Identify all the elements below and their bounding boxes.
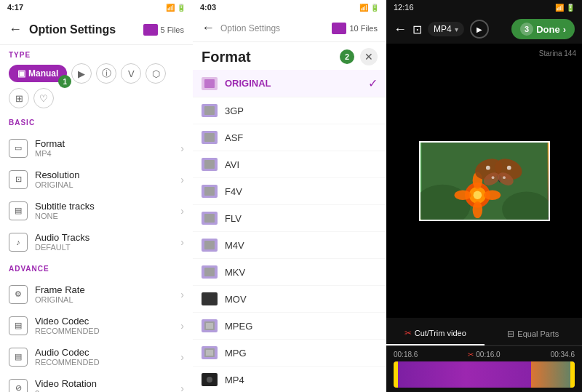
p2-f4v-icon: [202, 185, 218, 198]
p1-subtitle-content: Subtitle tracks NONE: [35, 201, 180, 220]
p1-audiocodec-item[interactable]: ▤ Audio Codec RECOMMENDED ›: [0, 341, 193, 372]
p2-format-mov[interactable]: MOV: [193, 286, 386, 313]
p1-manual-label: Manual: [28, 68, 58, 79]
p3-status-bar: 12:16 📶 🔋: [386, 0, 582, 15]
p3-status-icons: 📶 🔋: [555, 4, 575, 12]
p1-time: 4:17: [7, 3, 23, 12]
p3-back-button[interactable]: ←: [394, 22, 407, 37]
p1-type-icon-vimeo[interactable]: V: [121, 63, 141, 84]
p1-subtitle-item[interactable]: ▤ Subtitle tracks NONE ›: [0, 195, 193, 226]
p3-trim-handle-right[interactable]: [570, 361, 575, 388]
p1-header: ← Option Settings 5 Files: [0, 15, 193, 45]
p2-format-asf[interactable]: ASF: [193, 124, 386, 151]
p1-manual-button[interactable]: ▣ Manual 1: [9, 65, 67, 82]
p2-format-flv[interactable]: FLV: [193, 205, 386, 232]
p1-back-button[interactable]: ←: [9, 22, 22, 37]
p2-f4v-label: F4V: [225, 186, 378, 197]
p1-resolution-item[interactable]: ⊡ Resolution ORIGINAL ›: [0, 164, 193, 195]
p1-files-badge: 5 Files: [143, 24, 184, 36]
p1-format-item[interactable]: ▭ Format MP4 ›: [0, 132, 193, 164]
p1-type-icon-i[interactable]: ⓘ: [96, 63, 116, 84]
p1-resolution-title: Resolution: [35, 169, 180, 180]
p1-format-icon: ▭: [9, 139, 28, 158]
p3-done-chevron: ›: [563, 24, 566, 35]
p1-format-value: MP4: [35, 149, 180, 158]
p1-type-label: TYPE: [9, 51, 184, 59]
p2-format-avi[interactable]: AVI: [193, 151, 386, 178]
p2-m4v-icon: [202, 239, 218, 252]
p2-format-m4v[interactable]: M4V: [193, 232, 386, 259]
p2-original-check: ✓: [368, 76, 378, 90]
p3-timeline-thumb: [531, 361, 575, 388]
p1-settings-scroll[interactable]: BASIC ▭ Format MP4 › ⊡ Resolution ORIGIN…: [0, 111, 193, 392]
p3-tab-equal-parts[interactable]: ⊟ Equal Parts: [485, 322, 583, 345]
p3-timeline: 00:18.6 ✂ 00:16.0 00:34.6: [386, 346, 582, 392]
p2-mpg-label: MPG: [225, 348, 378, 359]
p2-mpeg-label: MPEG: [225, 321, 378, 332]
p2-mp4-label: MP4: [225, 375, 378, 385]
p1-status-icons: 📶 🔋: [166, 4, 186, 12]
p3-butterfly-svg: [420, 143, 549, 220]
p1-audio-item[interactable]: ♪ Audio Tracks DEFAULT ›: [0, 226, 193, 257]
p1-resolution-value: ORIGINAL: [35, 180, 180, 189]
p1-type-icon-instagram[interactable]: ⬡: [146, 63, 166, 84]
p3-tab-cut-trim[interactable]: ✂ Cut/Trim video: [386, 322, 485, 345]
p2-format-mpeg[interactable]: MPEG: [193, 313, 386, 340]
p3-time: 12:16: [394, 3, 414, 12]
p2-close-button[interactable]: ✕: [360, 48, 378, 65]
p1-badge-1: 1: [58, 75, 71, 88]
p2-format-mp4[interactable]: MP4: [193, 367, 386, 392]
p2-format-list[interactable]: ORIGINAL ✓ 3GP ASF AVI F4V: [193, 70, 386, 392]
p2-format-mkv[interactable]: MKV: [193, 259, 386, 286]
p1-subtitle-value: NONE: [35, 212, 180, 220]
p1-format-title: Format: [35, 138, 180, 149]
p3-cut-middle-icon: ✂: [468, 351, 474, 359]
p3-tabs: ✂ Cut/Trim video ⊟ Equal Parts: [386, 322, 582, 346]
p3-ts-middle-container: ✂ 00:16.0: [468, 351, 500, 359]
p1-type-section: TYPE ▣ Manual 1 ▶ ⓘ V ⬡ ⊞ ♡: [0, 45, 193, 111]
p1-type-icon-heart[interactable]: ♡: [33, 88, 54, 108]
p1-framerate-chevron: ›: [180, 289, 184, 300]
p1-videocodec-title: Video Codec: [35, 316, 180, 327]
p2-option-label: Option Settings: [220, 23, 332, 33]
p2-mkv-icon: [202, 265, 218, 279]
p2-back-button[interactable]: ←: [202, 20, 215, 36]
p3-bottom: ✂ Cut/Trim video ⊟ Equal Parts 00:18.6 ✂…: [386, 318, 582, 392]
p3-format-chevron: ▾: [455, 25, 458, 33]
p1-type-icon-grid[interactable]: ⊞: [9, 88, 29, 108]
p2-format-f4v[interactable]: F4V: [193, 178, 386, 205]
p1-framerate-item[interactable]: ⚙ Frame Rate ORIGINAL ›: [0, 279, 193, 310]
p2-asf-label: ASF: [225, 132, 378, 143]
svg-point-25: [472, 201, 482, 217]
p1-audiocodec-title: Audio Codec: [35, 347, 180, 358]
svg-rect-1: [204, 106, 215, 115]
p1-audiocodec-icon: ▤: [9, 348, 28, 367]
p1-rotation-item[interactable]: ⊘ Video Rotation 0 ›: [0, 372, 193, 392]
p1-audio-icon: ♪: [9, 233, 28, 252]
p2-status-bar: 4:03 📶 🔋: [193, 0, 386, 15]
p2-time: 4:03: [200, 3, 216, 12]
p3-ts-end: 00:34.6: [551, 351, 575, 359]
p2-badge-2: 2: [340, 49, 354, 64]
p2-3gp-icon: [202, 104, 218, 117]
svg-rect-3: [204, 160, 215, 169]
svg-rect-11: [206, 350, 213, 356]
panel-video-editor: 12:16 📶 🔋 ← ⊡ MP4 ▾ ▶ 3 Done ›: [386, 0, 582, 392]
p2-title-area: Option Settings: [220, 23, 332, 33]
p3-timeline-bar[interactable]: [394, 361, 575, 388]
p2-format-3gp[interactable]: 3GP: [193, 97, 386, 124]
p1-resolution-content: Resolution ORIGINAL: [35, 169, 180, 189]
p3-play-button[interactable]: ▶: [470, 20, 489, 39]
p2-format-mpg[interactable]: MPG: [193, 340, 386, 367]
p3-done-button[interactable]: 3 Done ›: [511, 19, 575, 39]
p2-mpeg-icon: [202, 319, 218, 332]
p2-format-original[interactable]: ORIGINAL ✓: [193, 70, 386, 97]
p2-original-label: ORIGINAL: [225, 78, 368, 89]
p3-crop-icon[interactable]: ⊡: [412, 23, 422, 36]
p1-type-icon-youtube[interactable]: ▶: [71, 63, 92, 84]
p1-videocodec-item[interactable]: ▤ Video Codec RECOMMENDED ›: [0, 310, 193, 341]
p1-rotation-title: Video Rotation: [35, 378, 180, 389]
panel-option-settings: 4:17 📶 🔋 ← Option Settings 5 Files TYPE …: [0, 0, 193, 392]
p3-format-pill[interactable]: MP4 ▾: [428, 22, 464, 36]
p3-trim-handle-left[interactable]: [394, 361, 398, 388]
